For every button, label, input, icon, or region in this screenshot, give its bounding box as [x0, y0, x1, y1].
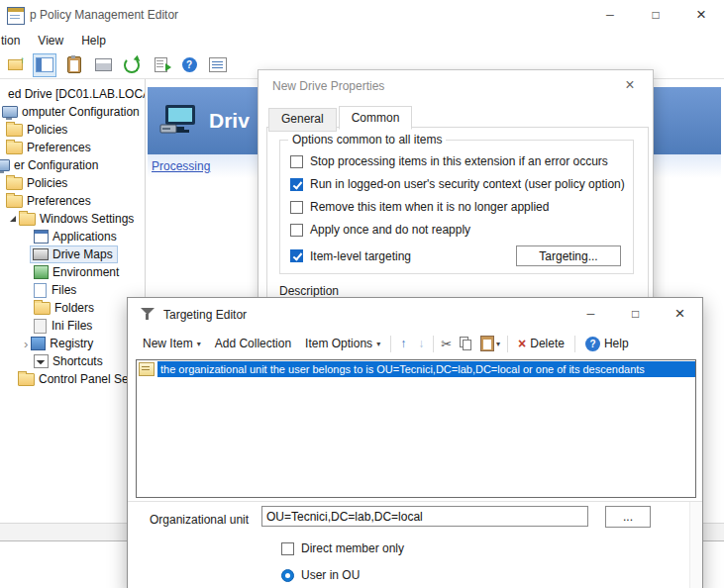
- dropdown-caret-icon: ▾: [197, 340, 201, 348]
- close-button[interactable]: [678, 0, 724, 30]
- tree-item-registry[interactable]: Registry: [0, 335, 145, 352]
- new-item-button[interactable]: New Item ▾: [136, 334, 208, 353]
- console-tree-glyph: [36, 57, 53, 72]
- delete-button[interactable]: × Delete: [511, 334, 571, 353]
- tree-item-label: Preferences: [27, 194, 91, 208]
- cut-button[interactable]: ✂: [437, 335, 456, 353]
- gpme-app-icon: [7, 7, 25, 25]
- item-options-button[interactable]: Item Options ▾: [298, 334, 387, 353]
- tree-item-policies-computer[interactable]: Policies: [0, 121, 145, 139]
- tree-item-preferences-user[interactable]: Preferences: [0, 192, 145, 210]
- menu-view[interactable]: View: [29, 31, 72, 50]
- direct-member-checkbox[interactable]: [281, 542, 294, 555]
- tree-item-shortcuts[interactable]: Shortcuts: [0, 352, 145, 370]
- option-apply-once[interactable]: Apply once and do not reapply: [290, 223, 623, 237]
- list-glyph: [209, 57, 227, 72]
- option-stop-processing[interactable]: Stop processing items in this extension …: [290, 154, 623, 168]
- computer-icon: [2, 106, 18, 118]
- tree-item-applications[interactable]: Applications: [0, 228, 145, 245]
- window-controls: [569, 298, 702, 330]
- ou-condition-icon: [139, 362, 155, 376]
- tree-item-user-configuration[interactable]: er Configuration: [0, 156, 145, 174]
- user-in-ou-option[interactable]: User in OU: [281, 568, 360, 582]
- close-button[interactable]: [658, 298, 702, 330]
- organizational-unit-input[interactable]: [261, 506, 588, 527]
- filter-funnel-icon: [141, 307, 155, 321]
- list-view-icon[interactable]: [207, 54, 229, 76]
- move-up-button[interactable]: ↑: [394, 337, 412, 350]
- tree-item-folders[interactable]: Folders: [0, 299, 145, 317]
- remove-when-not-applied-checkbox[interactable]: [290, 201, 303, 214]
- close-icon: [696, 5, 706, 25]
- registry-icon: [31, 337, 46, 350]
- folder-icon: [6, 124, 23, 137]
- copy-button[interactable]: [456, 335, 476, 352]
- refresh-glyph: [124, 57, 140, 73]
- help-button[interactable]: Help: [578, 334, 636, 354]
- menu-help[interactable]: Help: [72, 31, 115, 50]
- printer-icon[interactable]: [92, 54, 114, 76]
- maximize-button[interactable]: [613, 298, 658, 330]
- export-list-icon[interactable]: [150, 54, 171, 76]
- dropdown-caret-icon: ▾: [496, 340, 500, 348]
- tree-item-windows-settings[interactable]: Windows Settings: [0, 210, 145, 228]
- tree-item-drive-maps[interactable]: Drive Maps: [0, 245, 145, 263]
- chevron-expanded-icon[interactable]: [10, 216, 16, 222]
- dialog-title: Targeting Editor: [163, 308, 247, 322]
- tree-item-computer-configuration[interactable]: omputer Configuration: [0, 103, 145, 121]
- option-run-in-user-context[interactable]: Run in logged-on user's security context…: [290, 177, 623, 191]
- tree-item-label: omputer Configuration: [22, 105, 140, 119]
- apply-once-checkbox[interactable]: [290, 224, 303, 237]
- maximize-button[interactable]: [633, 0, 678, 30]
- move-down-button[interactable]: ↓: [412, 337, 430, 350]
- tree-item-label: Windows Settings: [40, 212, 134, 226]
- paste-button[interactable]: ▾: [476, 334, 504, 353]
- item-level-targeting-checkbox[interactable]: [290, 249, 303, 262]
- tab-common[interactable]: Common: [339, 106, 413, 130]
- direct-member-only-option[interactable]: Direct member only: [281, 541, 404, 555]
- help-icon[interactable]: [178, 54, 200, 76]
- tree-item-ini-files[interactable]: Ini Files: [0, 317, 145, 335]
- menu-action[interactable]: tion: [0, 31, 29, 50]
- tree-item-label: Drive Maps: [52, 247, 113, 261]
- option-remove-when-not-applied[interactable]: Remove this item when it is no longer ap…: [290, 200, 623, 214]
- tree-item-environment[interactable]: Environment: [0, 263, 145, 281]
- option-item-level-targeting[interactable]: Item-level targeting Targeting...: [290, 245, 623, 266]
- chevron-collapsed-icon[interactable]: [24, 338, 28, 350]
- minimize-button[interactable]: [569, 298, 613, 330]
- add-collection-button[interactable]: Add Collection: [208, 334, 298, 353]
- user-in-ou-radio[interactable]: [281, 569, 294, 582]
- clipboard-icon[interactable]: [63, 54, 85, 76]
- processing-link[interactable]: Processing: [152, 159, 210, 173]
- tree-selection: Drive Maps: [30, 245, 118, 263]
- tree-item-files[interactable]: Files: [0, 281, 145, 299]
- menu-bar: tion View Help: [0, 30, 724, 51]
- up-one-level-icon[interactable]: ↑: [4, 54, 26, 76]
- tree-item-control-panel-settings[interactable]: Control Panel Sett: [0, 370, 145, 388]
- description-label: Description: [279, 284, 339, 298]
- tab-strip: General Common: [268, 106, 414, 130]
- folder-icon: [18, 373, 35, 386]
- targeting-button[interactable]: Targeting...: [516, 245, 621, 266]
- refresh-icon[interactable]: [121, 54, 143, 76]
- tree-item-policies-user[interactable]: Policies: [0, 174, 145, 192]
- targeting-item-row[interactable]: the organizational unit the user belongs…: [137, 360, 695, 378]
- minimize-button[interactable]: [587, 0, 633, 30]
- options-scrollbar[interactable]: [689, 502, 701, 588]
- tab-general[interactable]: General: [268, 108, 337, 132]
- close-button[interactable]: [615, 74, 645, 96]
- maximize-icon: [652, 8, 659, 22]
- run-in-user-context-checkbox[interactable]: [290, 178, 303, 191]
- stop-processing-checkbox[interactable]: [290, 155, 303, 168]
- tree-item-preferences-computer[interactable]: Preferences: [0, 139, 145, 156]
- show-console-tree-icon[interactable]: [33, 53, 56, 77]
- folder-icon: [19, 213, 36, 226]
- tree-item-label: Registry: [50, 337, 93, 350]
- help-icon: [585, 337, 600, 351]
- scissors-icon: ✂: [441, 337, 452, 351]
- printer-glyph: [95, 58, 112, 71]
- tree-item-mapped-drive-gpo[interactable]: ed Drive [DC01.LAB.LOCA: [0, 85, 145, 103]
- browse-button[interactable]: ...: [605, 506, 651, 528]
- targeting-item-list[interactable]: the organizational unit the user belongs…: [136, 359, 696, 498]
- screen: p Policy Management Editor tion View Hel…: [0, 0, 724, 588]
